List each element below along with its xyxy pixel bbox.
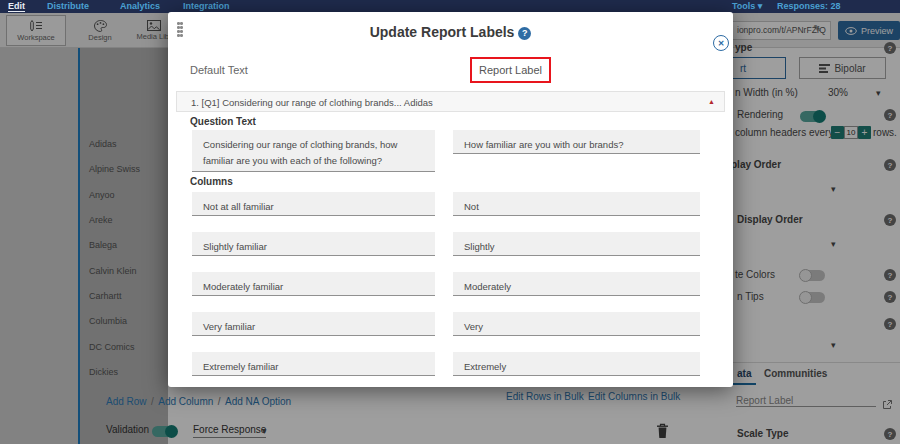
report-column-input[interactable]: Slightly (453, 232, 700, 256)
default-column-input[interactable]: Very familiar (192, 312, 435, 336)
default-column-input[interactable]: Moderately familiar (192, 272, 435, 296)
nav-integration[interactable]: Integration (183, 1, 230, 11)
report-question-text-input[interactable]: How familiar are you with our brands? (453, 130, 700, 154)
responses-count[interactable]: Responses: 28 (777, 1, 841, 11)
report-column-input[interactable]: Moderately (453, 272, 700, 296)
modal-title: Update Report Labels ? (168, 24, 733, 40)
default-text-column-header: Default Text (190, 64, 248, 76)
default-column-input[interactable]: Slightly familiar (192, 232, 435, 256)
default-column-input[interactable]: Not at all familiar (192, 192, 435, 216)
close-icon[interactable]: ✕ (713, 35, 729, 51)
question-accordion-header[interactable]: 1. [Q1] Considering our range of clothin… (176, 91, 725, 112)
columns-label: Columns (190, 176, 233, 187)
update-report-labels-modal: Update Report Labels ? ✕ Default Text Re… (168, 12, 733, 387)
default-question-text-input[interactable]: Considering our range of clothing brands… (192, 130, 435, 172)
nav-tools[interactable]: Tools ▾ (732, 1, 762, 11)
question-text-label: Question Text (190, 116, 256, 127)
question-accordion-title: 1. [Q1] Considering our range of clothin… (191, 97, 433, 108)
report-column-input[interactable]: Extremely (453, 352, 700, 376)
collapse-arrow-icon[interactable]: ▲ (708, 98, 715, 105)
report-label-column-header-highlighted: Report Label (470, 57, 551, 83)
app-window: Workspace Design Media Libr ionpro.com/t… (0, 0, 900, 444)
tools-caret-icon: ▾ (758, 1, 763, 11)
report-column-input[interactable]: Not (453, 192, 700, 216)
nav-analytics[interactable]: Analytics (120, 1, 160, 11)
nav-distribute[interactable]: Distribute (47, 1, 89, 11)
nav-edit[interactable]: Edit (8, 1, 25, 12)
default-column-input[interactable]: Extremely familiar (192, 352, 435, 376)
report-column-input[interactable]: Very (453, 312, 700, 336)
help-icon[interactable]: ? (518, 27, 531, 40)
